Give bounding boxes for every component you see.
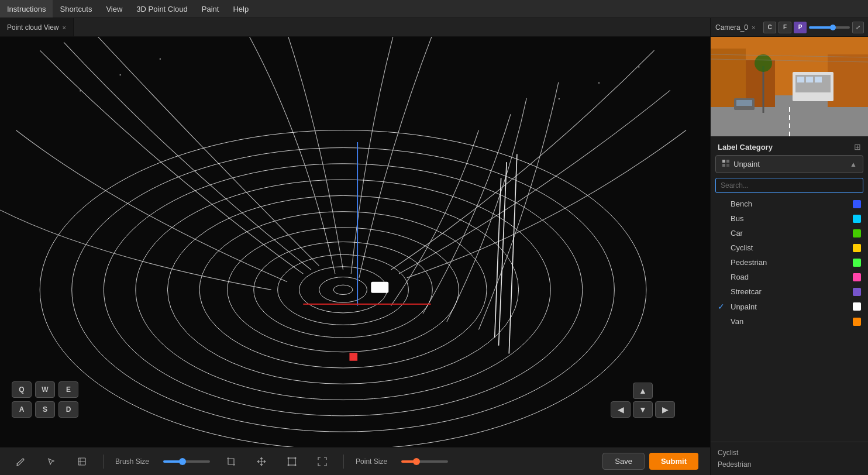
- point-cloud-tab-bar: Point cloud View ×: [0, 18, 710, 37]
- category-name-car: Car: [731, 229, 849, 238]
- category-name-cyclist: Cyclist: [731, 243, 849, 252]
- category-check-unpaint: ✓: [718, 302, 727, 311]
- key-row-top: Q W E: [12, 381, 78, 398]
- camera-btn-f[interactable]: F: [779, 22, 791, 33]
- category-item-streetcar[interactable]: Streetcar: [711, 284, 868, 299]
- nav-right-btn[interactable]: ▶: [655, 401, 675, 418]
- camera-btn-c[interactable]: C: [763, 22, 776, 33]
- label-panel: Label Category ⊞ Unpaint ▲: [711, 136, 868, 475]
- label-category-dropdown[interactable]: Unpaint ▲: [715, 155, 863, 173]
- category-color-car: [853, 229, 861, 238]
- category-item-bus[interactable]: Bus: [711, 211, 868, 226]
- point-size-label: Point Size: [356, 457, 387, 466]
- point-size-slider[interactable]: [401, 460, 448, 463]
- keyboard-shortcuts: Q W E A S D: [12, 381, 78, 418]
- category-item-cyclist[interactable]: Cyclist: [711, 240, 868, 255]
- category-color-bus: [853, 215, 861, 223]
- nav-left-btn[interactable]: ◀: [611, 401, 631, 418]
- nav-middle-row: ◀ ▼ ▶: [611, 401, 675, 418]
- key-d[interactable]: D: [58, 401, 78, 418]
- dropdown-chevron-icon: ▲: [850, 160, 857, 168]
- svg-rect-45: [736, 100, 752, 106]
- category-color-unpaint: [853, 302, 861, 311]
- svg-point-27: [288, 457, 290, 459]
- svg-rect-40: [815, 77, 822, 82]
- category-name-bus: Bus: [731, 214, 849, 223]
- brush-tool-btn[interactable]: [12, 452, 30, 471]
- menu-bar: Instructions Shortcuts View 3D Point Clo…: [0, 0, 868, 18]
- menu-shortcuts[interactable]: Shortcuts: [53, 0, 99, 18]
- category-item-unpaint[interactable]: ✓Unpaint: [711, 299, 868, 314]
- category-color-streetcar: [853, 288, 861, 296]
- save-button[interactable]: Save: [602, 453, 645, 470]
- brush-size-slider[interactable]: [163, 460, 210, 463]
- camera-tab-close[interactable]: ×: [752, 24, 755, 31]
- svg-rect-50: [722, 164, 725, 167]
- svg-rect-26: [288, 458, 295, 465]
- svg-point-43: [755, 54, 772, 72]
- key-e[interactable]: E: [58, 381, 78, 398]
- right-container: Camera_0 × C F P ⤢: [710, 18, 868, 475]
- select-tool-btn[interactable]: [42, 452, 61, 471]
- camera-btn-p[interactable]: P: [794, 22, 807, 33]
- lasso-tool-btn[interactable]: [73, 452, 91, 471]
- menu-3d-point-cloud[interactable]: 3D Point Cloud: [129, 0, 194, 18]
- category-color-van: [853, 318, 861, 326]
- svg-rect-49: [726, 160, 729, 163]
- svg-point-28: [295, 457, 297, 459]
- nav-down-btn[interactable]: ▼: [633, 401, 653, 418]
- point-cloud-tab-close[interactable]: ×: [63, 24, 66, 31]
- svg-rect-13: [80, 90, 81, 91]
- toolbar-divider-2: [343, 455, 344, 469]
- category-color-road: [853, 273, 861, 281]
- category-name-pedestrian: Pedestrian: [731, 258, 849, 267]
- key-a[interactable]: A: [12, 401, 32, 418]
- camera-zoom-slider[interactable]: [809, 26, 850, 29]
- label-category-title: Label Category: [718, 143, 773, 152]
- svg-rect-21: [371, 282, 388, 293]
- svg-rect-51: [726, 164, 729, 167]
- dropdown-left: Unpaint: [722, 159, 760, 169]
- category-name-unpaint: Unpaint: [731, 302, 849, 311]
- submit-button[interactable]: Submit: [649, 453, 698, 470]
- menu-help[interactable]: Help: [226, 0, 256, 18]
- point-cloud-tab-label: Point cloud View: [7, 23, 59, 32]
- category-name-road: Road: [731, 273, 849, 281]
- main-area: Point cloud View ×: [0, 18, 868, 475]
- category-item-van[interactable]: Van: [711, 314, 868, 329]
- camera-maximize-btn[interactable]: ⤢: [852, 22, 864, 33]
- svg-rect-38: [797, 77, 804, 82]
- category-item-pedestrian[interactable]: Pedestrian: [711, 255, 868, 270]
- svg-rect-16: [559, 98, 560, 99]
- label-search-container: [715, 178, 863, 193]
- dropdown-selected-label: Unpaint: [733, 160, 760, 168]
- move-tool-btn[interactable]: [252, 452, 271, 471]
- category-name-streetcar: Streetcar: [731, 287, 849, 296]
- category-item-car[interactable]: Car: [711, 226, 868, 240]
- menu-paint[interactable]: Paint: [195, 0, 226, 18]
- fullscreen-btn[interactable]: [313, 452, 332, 471]
- svg-rect-17: [598, 82, 600, 84]
- svg-rect-48: [722, 160, 725, 163]
- menu-instructions[interactable]: Instructions: [0, 0, 53, 18]
- category-item-bench[interactable]: Bench: [711, 197, 868, 211]
- label-search-input[interactable]: [715, 178, 863, 193]
- transform-tool-btn[interactable]: [283, 452, 301, 471]
- svg-rect-15: [160, 58, 161, 60]
- key-q[interactable]: Q: [12, 381, 32, 398]
- label-settings-icon[interactable]: ⊞: [854, 142, 861, 152]
- key-s[interactable]: S: [35, 401, 55, 418]
- point-cloud-tab[interactable]: Point cloud View ×: [0, 18, 74, 36]
- svg-rect-35: [828, 54, 868, 107]
- point-cloud-svg: [0, 37, 710, 447]
- point-cloud-panel: Point cloud View ×: [0, 18, 710, 475]
- crop-tool-btn[interactable]: [222, 452, 240, 471]
- category-item-road[interactable]: Road: [711, 270, 868, 284]
- camera-tab-bar: Camera_0 × C F P ⤢: [711, 18, 868, 37]
- category-list: BenchBusCarCyclistPedestrianRoadStreetca…: [711, 195, 868, 442]
- key-w[interactable]: W: [35, 381, 55, 398]
- nav-up-btn[interactable]: ▲: [633, 383, 653, 399]
- menu-view[interactable]: View: [99, 0, 129, 18]
- category-color-pedestrian: [853, 259, 861, 267]
- point-cloud-canvas[interactable]: Q W E A S D ▲ ◀ ▼ ▶: [0, 37, 710, 447]
